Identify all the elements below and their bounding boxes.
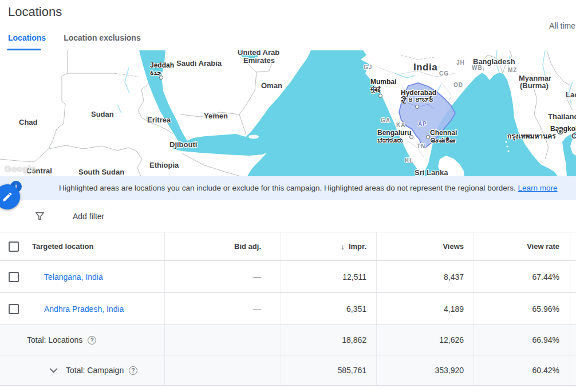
locations-page: Locations Locations Location exclusions …	[0, 0, 576, 392]
bangkok-capital-marker-icon	[559, 130, 562, 133]
filter-funnel-icon[interactable]	[34, 211, 45, 221]
add-filter-button[interactable]: Add filter	[73, 212, 104, 221]
arabia-landmass	[161, 50, 311, 141]
col-view-rate[interactable]: View rate	[474, 232, 570, 260]
learn-more-link[interactable]: Learn more	[518, 184, 557, 192]
total-views-value: 12,626	[376, 325, 474, 355]
banner-text: Highlighted areas are locations you can …	[59, 176, 558, 200]
socotra-island	[248, 135, 259, 139]
impr-value: 6,351	[281, 293, 376, 324]
col-bid-adj[interactable]: Bid adj.	[164, 232, 281, 260]
pencil-icon	[2, 191, 13, 203]
hyderabad-marker-icon	[415, 105, 419, 109]
sri-lanka-island	[438, 156, 464, 176]
highlight-info-banner: Highlighted areas are locations you can …	[0, 176, 576, 200]
cambodia-sliver	[570, 136, 576, 156]
total-view-rate-value: 66.94%	[474, 325, 570, 355]
view-rate-value: 67.44%	[474, 261, 570, 292]
row-checkbox[interactable]	[9, 304, 19, 314]
bid-adj-value: —	[164, 261, 281, 292]
total-campaign-row: Total: Campaign ? 585,761 353,920 60.42%	[0, 355, 576, 386]
total-view-rate-value: 60.42%	[474, 355, 570, 385]
impr-value: 12,511	[281, 261, 376, 292]
help-icon[interactable]: ?	[129, 366, 137, 375]
bid-adj-value: —	[164, 293, 281, 324]
total-locations-label: Total: Locations	[27, 335, 82, 345]
date-range-selector[interactable]: All time	[549, 21, 575, 30]
total-impr-value: 585,761	[281, 355, 376, 385]
page-title: Locations	[8, 5, 62, 19]
total-views-value: 353,920	[376, 355, 474, 385]
total-impr-value: 18,862	[281, 325, 376, 355]
total-locations-row: Total: Locations ? 18,862 12,626 66.94%	[0, 325, 576, 355]
table-row: Telangana, India — 12,511 8,437 67.44%	[0, 261, 576, 293]
google-watermark: Google	[5, 164, 36, 173]
row-checkbox[interactable]	[9, 272, 19, 282]
table-header-row: Targeted location Bid adj. ↓ Impr. Views…	[0, 232, 576, 261]
view-rate-value: 65.96%	[474, 293, 570, 324]
col-impr[interactable]: ↓ Impr.	[281, 232, 376, 260]
tab-locations[interactable]: Locations	[8, 33, 46, 42]
mumbai-marker-icon	[378, 94, 382, 98]
table-row: Andhra Pradesh, India — 6,351 4,189 65.9…	[0, 293, 576, 325]
targeting-map[interactable]: Chad Sudan Eritrea Djibouti Ethiopia Cen…	[0, 50, 576, 176]
filter-bar: Add filter	[0, 200, 576, 232]
tab-location-exclusions[interactable]: Location exclusions	[64, 33, 141, 42]
chennai-marker-icon	[426, 135, 430, 139]
col-views[interactable]: Views	[376, 232, 474, 260]
col-targeted-location[interactable]: Targeted location	[32, 242, 93, 251]
map-canvas	[0, 50, 576, 176]
views-value: 4,189	[376, 293, 474, 324]
tab-bar: Locations Location exclusions	[8, 33, 141, 42]
chevron-down-icon[interactable]	[49, 366, 58, 375]
total-campaign-label: Total: Campaign	[66, 366, 124, 375]
locations-table: Targeted location Bid adj. ↓ Impr. Views…	[0, 232, 576, 386]
views-value: 8,437	[376, 261, 474, 292]
location-link[interactable]: Andhra Pradesh, India	[44, 304, 124, 314]
location-link[interactable]: Telangana, India	[44, 272, 103, 282]
jeddah-marker-icon	[159, 76, 163, 80]
bengaluru-marker-icon	[409, 135, 413, 139]
help-icon[interactable]: ?	[88, 336, 96, 345]
sort-desc-icon: ↓	[341, 242, 345, 251]
select-all-checkbox[interactable]	[9, 241, 19, 252]
